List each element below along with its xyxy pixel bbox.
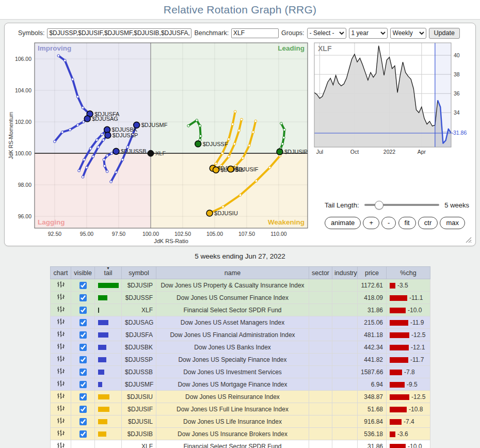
column-header-chart[interactable]: chart: [51, 267, 71, 279]
symbol-cell[interactable]: $DJUSSB: [122, 366, 156, 378]
marker-$DJUSAG[interactable]: [84, 116, 90, 122]
marker-benchmark[interactable]: [148, 150, 154, 156]
chart-candlestick-icon[interactable]: [51, 304, 71, 316]
symbol-cell[interactable]: $DJUSBK: [122, 341, 156, 354]
marker-$DJUSIB[interactable]: [213, 167, 219, 173]
visible-checkbox-cell[interactable]: [71, 292, 95, 304]
visible-checkbox[interactable]: [79, 430, 87, 438]
column-header-sector[interactable]: sector: [309, 267, 332, 279]
pct-change-bar: [390, 382, 405, 388]
visible-checkbox-cell[interactable]: [71, 366, 95, 378]
chart-candlestick-icon[interactable]: [51, 415, 71, 428]
marker-$DJUSMF[interactable]: [134, 122, 140, 128]
symbols-input[interactable]: [47, 28, 191, 38]
symbol-cell[interactable]: $DJUSIF: [122, 403, 156, 415]
visible-checkbox[interactable]: [79, 307, 87, 314]
symbol-cell[interactable]: $DJUSSP: [122, 354, 156, 366]
marker-$DJUSIU[interactable]: [206, 210, 213, 216]
visible-checkbox-cell[interactable]: [71, 354, 95, 366]
chart-candlestick-icon[interactable]: [51, 391, 71, 403]
price-cell: 481.18: [358, 329, 387, 341]
symbol-cell[interactable]: $DJUSSF: [122, 292, 156, 304]
visible-checkbox-cell[interactable]: [71, 304, 95, 316]
symbol-cell[interactable]: $DJUSIU: [122, 391, 156, 403]
column-header-visible[interactable]: visible: [71, 267, 95, 279]
animate-button[interactable]: animate: [325, 217, 361, 229]
symbol-cell[interactable]: $DJUSIL: [122, 415, 156, 428]
visible-checkbox-cell[interactable]: [71, 341, 95, 354]
symbol-cell[interactable]: $DJUSIP: [122, 279, 156, 292]
groups-select[interactable]: - Select -: [307, 28, 346, 39]
chart-candlestick-icon[interactable]: [51, 366, 71, 378]
ctr-button[interactable]: ctr: [418, 217, 438, 229]
visible-checkbox-cell[interactable]: [71, 415, 95, 428]
benchmark-mini-chart[interactable]: 3436384031.86JulOct2022AprXLF: [314, 42, 469, 162]
price-cell: 31.86: [358, 440, 387, 448]
resize-handle-icon[interactable]: [465, 236, 472, 243]
symbol-cell[interactable]: XLF: [122, 304, 156, 316]
visible-checkbox[interactable]: [79, 418, 87, 425]
symbol-cell[interactable]: $DJUSMF: [122, 378, 156, 391]
column-header-chg[interactable]: %chg: [387, 267, 430, 279]
visible-checkbox-cell[interactable]: [71, 440, 95, 448]
column-header-tail[interactable]: ▼tail: [95, 267, 122, 279]
tail-length-slider[interactable]: [364, 201, 440, 209]
visible-checkbox-cell[interactable]: [71, 329, 95, 341]
period-select[interactable]: 1 year: [349, 28, 388, 39]
chart-candlestick-icon[interactable]: [51, 329, 71, 341]
column-header-industry[interactable]: industry: [332, 267, 358, 279]
symbol-cell[interactable]: $DJUSAG: [122, 316, 156, 329]
visible-checkbox-cell[interactable]: [71, 428, 95, 440]
visible-checkbox[interactable]: [79, 406, 87, 413]
max-button[interactable]: max: [440, 217, 465, 229]
visible-checkbox[interactable]: [79, 393, 87, 401]
visible-checkbox[interactable]: [79, 369, 87, 376]
chart-candlestick-icon[interactable]: [51, 279, 71, 292]
chart-candlestick-icon[interactable]: [51, 341, 71, 354]
column-header-name[interactable]: name: [156, 267, 309, 279]
symbol-cell[interactable]: XLF: [122, 440, 156, 448]
marker-$DJUSSB[interactable]: [113, 148, 119, 154]
chart-candlestick-icon[interactable]: [51, 378, 71, 391]
column-header-price[interactable]: price: [358, 267, 387, 279]
pct-change-cell: -9.5: [387, 378, 430, 391]
visible-checkbox[interactable]: [79, 282, 87, 289]
chart-candlestick-icon[interactable]: [51, 292, 71, 304]
name-cell: Dow Jones US Financial Administration In…: [156, 329, 309, 341]
rrg-chart[interactable]: ImprovingLeadingLaggingWeakening$DJUSFA$…: [8, 42, 313, 247]
visible-checkbox-cell[interactable]: [71, 279, 95, 292]
chart-candlestick-icon[interactable]: [51, 403, 71, 415]
zoom-out-button[interactable]: -: [381, 217, 396, 229]
column-header-symbol[interactable]: symbol: [122, 267, 156, 279]
fit-button[interactable]: fit: [398, 217, 416, 229]
groups-label: Groups:: [281, 29, 304, 37]
symbol-cell[interactable]: $DJUSFA: [122, 329, 156, 341]
symbol-cell[interactable]: $DJUSIB: [122, 428, 156, 440]
visible-checkbox[interactable]: [79, 381, 87, 388]
visible-checkbox[interactable]: [79, 344, 87, 351]
chart-candlestick-icon[interactable]: [51, 428, 71, 440]
visible-checkbox[interactable]: [79, 319, 87, 326]
slider-thumb[interactable]: [375, 201, 383, 210]
marker-$DJUSSF[interactable]: [195, 141, 201, 147]
visible-checkbox-cell[interactable]: [71, 316, 95, 329]
visible-checkbox-cell[interactable]: [71, 391, 95, 403]
visible-checkbox[interactable]: [79, 356, 87, 363]
frequency-select[interactable]: Weekly: [390, 28, 426, 39]
zoom-in-button[interactable]: +: [363, 217, 379, 229]
marker-label-$DJUSSF: $DJUSSF: [203, 141, 228, 147]
mini-svg[interactable]: 3436384031.86JulOct2022AprXLF: [314, 42, 469, 160]
visible-checkbox-cell[interactable]: [71, 378, 95, 391]
marker-$DJUSSP[interactable]: [105, 132, 111, 138]
chart-candlestick-icon[interactable]: [51, 316, 71, 329]
update-button[interactable]: Update: [429, 28, 460, 39]
rrg-svg[interactable]: ImprovingLeadingLaggingWeakening$DJUSFA$…: [8, 42, 313, 245]
marker-$DJUSIP[interactable]: [277, 149, 283, 155]
benchmark-input[interactable]: [231, 28, 279, 38]
marker-$DJUSIF[interactable]: [228, 166, 234, 172]
chart-candlestick-icon[interactable]: [51, 354, 71, 366]
visible-checkbox-cell[interactable]: [71, 403, 95, 415]
chart-candlestick-icon[interactable]: [51, 440, 71, 448]
visible-checkbox[interactable]: [79, 331, 87, 339]
visible-checkbox[interactable]: [79, 294, 87, 301]
